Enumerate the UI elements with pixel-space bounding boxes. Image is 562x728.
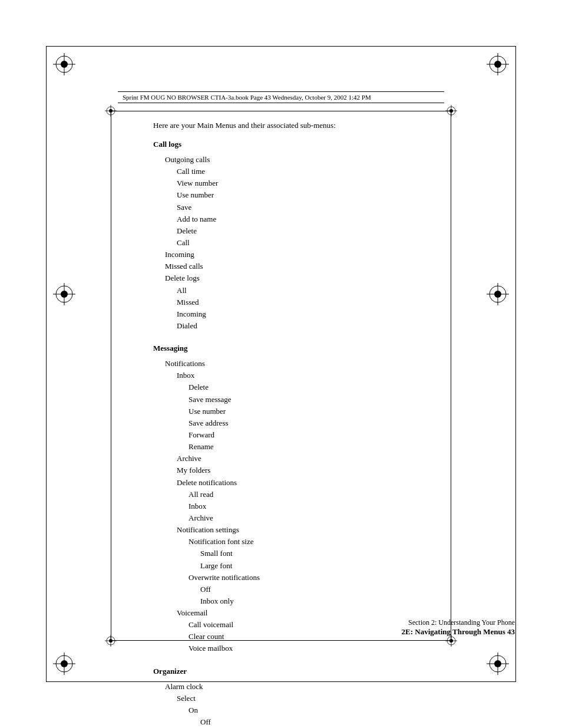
item-all: All xyxy=(153,285,515,297)
header-bar-text: Sprint FM OUG NO BROWSER CTIA-3a.book Pa… xyxy=(123,94,371,101)
reg-tl xyxy=(105,105,117,117)
item-inbox-del: Inbox xyxy=(153,500,515,512)
item-missed: Missed xyxy=(153,297,515,308)
item-save-address: Save address xyxy=(153,417,515,429)
item-view-number: View number xyxy=(153,177,515,189)
item-delete-msg: Delete xyxy=(153,381,515,393)
page-container: Sprint FM OUG NO BROWSER CTIA-3a.book Pa… xyxy=(0,0,562,728)
item-delete: Delete xyxy=(153,225,515,237)
item-save: Save xyxy=(153,202,515,213)
reg-bl xyxy=(105,635,117,647)
section-call-logs: Call logs Outgoing calls Call time View … xyxy=(153,140,515,332)
crosshair-top-right xyxy=(487,53,509,75)
heading-messaging: Messaging xyxy=(153,344,515,353)
item-use-number: Use number xyxy=(153,189,515,201)
outer-border-top xyxy=(46,46,516,47)
section-messaging: Messaging Notifications Inbox Delete Sav… xyxy=(153,344,515,655)
crosshair-top-left xyxy=(53,53,75,75)
item-voice-mailbox: Voice mailbox xyxy=(153,643,515,654)
item-call-time: Call time xyxy=(153,166,515,177)
item-add-to-name: Add to name xyxy=(153,213,515,225)
crosshair-bottom-left xyxy=(53,653,75,675)
item-notifications: Notifications xyxy=(153,358,515,370)
item-inbox: Inbox xyxy=(153,370,515,381)
heading-organizer: Organizer xyxy=(153,667,515,676)
item-incoming: Incoming xyxy=(153,249,515,261)
item-missed-calls: Missed calls xyxy=(153,261,515,272)
item-rename: Rename xyxy=(153,441,515,453)
outer-border-right xyxy=(515,46,516,682)
footer-line1: Section 2: Understanding Your Phone xyxy=(408,618,515,627)
item-call: Call xyxy=(153,237,515,249)
item-notification-font-size: Notification font size xyxy=(153,536,515,548)
item-use-number-msg: Use number xyxy=(153,406,515,417)
item-archive-del: Archive xyxy=(153,512,515,524)
item-save-message: Save message xyxy=(153,394,515,406)
outer-border-left xyxy=(46,46,47,682)
item-inbox-only: Inbox only xyxy=(153,595,515,607)
crosshair-middle-left xyxy=(53,283,75,305)
item-delete-logs: Delete logs xyxy=(153,272,515,284)
item-large-font: Large font xyxy=(153,560,515,572)
item-delete-notifications: Delete notifications xyxy=(153,477,515,489)
item-all-read: All read xyxy=(153,489,515,500)
intro-text: Here are your Main Menus and their assoc… xyxy=(153,121,515,130)
item-on: On xyxy=(153,704,515,716)
item-archive: Archive xyxy=(153,453,515,465)
inner-border-top xyxy=(111,111,451,111)
item-forward: Forward xyxy=(153,429,515,441)
item-off: Off xyxy=(153,584,515,595)
header-bar: Sprint FM OUG NO BROWSER CTIA-3a.book Pa… xyxy=(118,91,444,103)
main-content: Here are your Main Menus and their assoc… xyxy=(153,121,515,728)
item-notification-settings: Notification settings xyxy=(153,524,515,536)
footer-line2: 2E: Navigating Through Menus 43 xyxy=(402,627,515,637)
item-small-font: Small font xyxy=(153,548,515,559)
footer: Section 2: Understanding Your Phone 2E: … xyxy=(118,618,515,637)
inner-border-left xyxy=(111,111,111,641)
section-organizer: Organizer Alarm clock Select On Off Cale… xyxy=(153,667,515,728)
item-off-organizer: Off xyxy=(153,716,515,728)
reg-tr xyxy=(445,105,457,117)
item-outgoing-calls: Outgoing calls xyxy=(153,154,515,166)
item-voicemail: Voicemail xyxy=(153,607,515,619)
heading-call-logs: Call logs xyxy=(153,140,515,149)
item-alarm-clock: Alarm clock xyxy=(153,681,515,693)
item-my-folders: My folders xyxy=(153,465,515,476)
item-incoming-sub: Incoming xyxy=(153,308,515,320)
item-overwrite-notifications: Overwrite notifications xyxy=(153,572,515,584)
item-select: Select xyxy=(153,693,515,704)
item-dialed: Dialed xyxy=(153,320,515,332)
